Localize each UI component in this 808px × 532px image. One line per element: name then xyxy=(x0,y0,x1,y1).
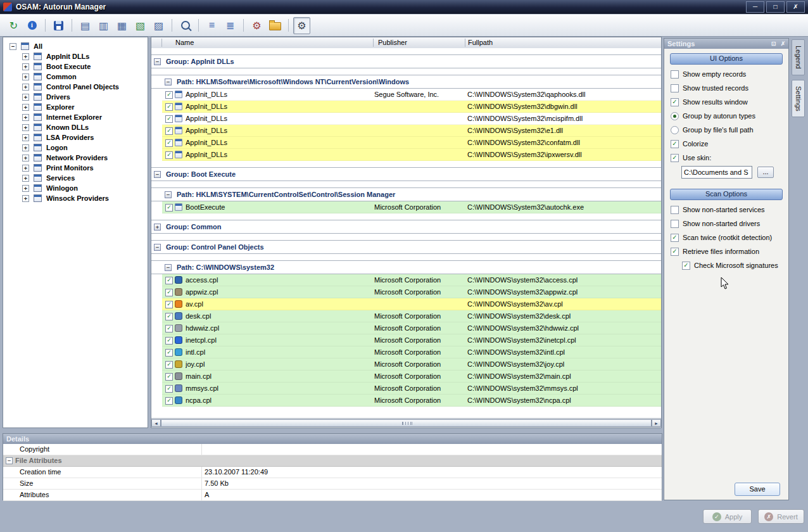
row-checkbox[interactable]: ✓ xyxy=(165,139,173,147)
processes-icon[interactable]: ⚙ xyxy=(248,17,265,34)
row-checkbox[interactable]: ✓ xyxy=(165,361,173,369)
table-row[interactable]: ✓joy.cplMicrosoft CorporationC:\WINDOWS\… xyxy=(151,358,661,370)
option-retrieve-files-information[interactable]: ✓Retrieve files information xyxy=(671,248,782,256)
expand-icon[interactable]: + xyxy=(22,165,29,172)
column-header-publisher[interactable]: Publisher xyxy=(378,39,407,46)
table-row[interactable]: ✓AppInit_DLLsC:\WINDOWS\System32\e1.dll xyxy=(151,125,661,137)
checkbox-show-empty-records[interactable] xyxy=(671,70,679,79)
radio-group-by-autorun-types[interactable] xyxy=(671,112,679,120)
checkbox-show-results-window[interactable]: ✓ xyxy=(671,98,679,106)
expand-icon[interactable]: + xyxy=(22,53,29,60)
column-separator[interactable] xyxy=(465,39,465,47)
option-show-trusted-records[interactable]: Show trusted records xyxy=(671,84,782,92)
table-row[interactable]: ✓BootExecuteMicrosoft CorporationC:\WIND… xyxy=(151,201,661,213)
tree-item-lsa-providers[interactable]: +LSA Providers xyxy=(3,132,148,142)
expand-icon[interactable]: + xyxy=(22,84,29,91)
row-checkbox[interactable]: ✓ xyxy=(165,103,173,111)
column-separator[interactable] xyxy=(161,39,162,47)
row-checkbox[interactable]: ✓ xyxy=(165,373,173,381)
checkbox-use-skin[interactable]: ✓ xyxy=(671,154,679,162)
radio-group-by-file-s-full-path[interactable] xyxy=(671,126,679,134)
save-report-icon[interactable]: ▦ xyxy=(113,17,130,34)
expand-icon[interactable]: + xyxy=(22,94,29,101)
collapse-icon[interactable]: − xyxy=(9,43,16,50)
tree-item-appinit-dlls[interactable]: +AppInit DLLs xyxy=(3,51,148,61)
expand-icon[interactable]: + xyxy=(22,155,29,162)
table-row[interactable]: ✓AppInit_DLLsC:\WINDOWS\System32\dbgwin.… xyxy=(151,101,661,113)
expand-icon[interactable]: + xyxy=(22,195,29,202)
tree-item-drivers[interactable]: +Drivers xyxy=(3,92,148,102)
option-show-empty-records[interactable]: Show empty records xyxy=(671,70,782,79)
table-row[interactable]: ✓appwiz.cplMicrosoft CorporationC:\WINDO… xyxy=(151,286,661,298)
save-button[interactable]: Save xyxy=(735,483,780,496)
column-separator[interactable] xyxy=(373,39,374,47)
refresh-icon[interactable]: ↻ xyxy=(5,17,22,34)
export-record-icon[interactable]: ▨ xyxy=(150,17,167,34)
expand-icon[interactable]: + xyxy=(22,185,29,192)
collapse-group-icon[interactable]: − xyxy=(154,171,161,178)
tree-item-network-providers[interactable]: +Network Providers xyxy=(3,153,148,163)
details-row[interactable]: Copyright xyxy=(3,444,662,455)
tree-item-explorer[interactable]: +Explorer xyxy=(3,102,148,112)
expand-all-icon[interactable]: ≡ xyxy=(203,17,220,34)
add-record-icon[interactable]: ▧ xyxy=(132,17,149,34)
group-row[interactable]: −Group: Boot Execute xyxy=(151,167,661,181)
search-icon[interactable] xyxy=(177,17,194,34)
row-checkbox[interactable]: ✓ xyxy=(165,337,173,345)
row-checkbox[interactable]: ✓ xyxy=(165,115,173,123)
table-row[interactable]: ✓AppInit_DLLsC:\WINDOWS\System32\ipxwers… xyxy=(151,149,661,161)
table-row[interactable]: ✓intl.cplMicrosoft CorporationC:\WINDOWS… xyxy=(151,346,661,358)
row-checkbox[interactable]: ✓ xyxy=(165,127,173,135)
option-check-microsoft-signatures[interactable]: ✓Check Microsoft signatures xyxy=(682,262,782,270)
path-row[interactable]: −Path: C:\WINDOWS\system32 xyxy=(151,260,661,274)
tree-item-boot-execute[interactable]: +Boot Execute xyxy=(3,61,148,72)
expand-icon[interactable]: + xyxy=(22,134,29,141)
row-checkbox[interactable]: ✓ xyxy=(165,301,173,308)
path-row[interactable]: −Path: HKLM\SYSTEM\CurrentControlSet\Con… xyxy=(151,187,661,201)
collapse-icon[interactable]: − xyxy=(6,457,13,464)
option-group-by-autorun-types[interactable]: Group by autorun types xyxy=(671,112,782,120)
table-row[interactable]: ✓hdwwiz.cplMicrosoft CorporationC:\WINDO… xyxy=(151,322,661,334)
row-checkbox[interactable]: ✓ xyxy=(165,349,173,357)
row-checkbox[interactable]: ✓ xyxy=(165,204,173,212)
tree-item-all[interactable]: −All xyxy=(3,41,148,51)
details-group-row[interactable]: −File Attributes xyxy=(3,455,662,467)
option-group-by-file-s-full-path[interactable]: Group by file's full path xyxy=(671,126,782,134)
tree-item-known-dlls[interactable]: +Known DLLs xyxy=(3,122,148,132)
group-row[interactable]: −Group: Control Panel Objects xyxy=(151,240,661,254)
tree-item-services[interactable]: +Services xyxy=(3,173,148,183)
table-row[interactable]: ✓av.cplC:\WINDOWS\system32\av.cpl xyxy=(151,298,661,310)
table-row[interactable]: ✓AppInit_DLLsC:\WINDOWS\System32\mcispif… xyxy=(151,113,661,125)
group-row[interactable]: +Group: Common xyxy=(151,220,661,234)
maximize-button[interactable]: □ xyxy=(766,1,785,13)
table-row[interactable]: ✓main.cplMicrosoft CorporationC:\WINDOWS… xyxy=(151,370,661,383)
browse-button[interactable]: ... xyxy=(757,167,774,178)
collapse-group-icon[interactable]: − xyxy=(154,244,161,251)
checkbox-scan-twice-rootkit-detection[interactable]: ✓ xyxy=(671,234,679,242)
row-checkbox[interactable]: ✓ xyxy=(165,385,173,393)
ui-options-button[interactable]: UI Options xyxy=(670,53,783,65)
tree-item-winlogon[interactable]: +Winlogon xyxy=(3,183,148,193)
option-show-non-started-drivers[interactable]: Show non-started drivers xyxy=(671,220,782,228)
scroll-left-icon[interactable]: ◄ xyxy=(151,419,161,427)
checkbox-show-non-started-drivers[interactable] xyxy=(671,220,679,228)
row-checkbox[interactable]: ✓ xyxy=(165,151,173,159)
column-header-name[interactable]: Name xyxy=(175,39,194,46)
tree-item-control-panel-objects[interactable]: +Control Panel Objects xyxy=(3,82,148,92)
close-button[interactable]: ✗ xyxy=(786,1,805,13)
expand-icon[interactable]: + xyxy=(22,114,29,121)
row-checkbox[interactable]: ✓ xyxy=(165,289,173,296)
save-icon[interactable] xyxy=(50,17,67,34)
scan-options-button[interactable]: Scan Options xyxy=(670,189,783,200)
skin-path-input[interactable] xyxy=(681,166,752,179)
option-use-skin[interactable]: ✓Use skin: xyxy=(671,154,782,162)
tree-item-common[interactable]: +Common xyxy=(3,72,148,82)
row-checkbox[interactable]: ✓ xyxy=(165,397,173,405)
option-scan-twice-rootkit-detection[interactable]: ✓Scan twice (rootkit detection) xyxy=(671,234,782,242)
row-checkbox[interactable]: ✓ xyxy=(165,277,173,284)
option-colorize[interactable]: ✓Colorize xyxy=(671,140,782,148)
expand-icon[interactable]: + xyxy=(22,104,29,111)
checkbox-show-non-started-services[interactable] xyxy=(671,206,679,214)
table-row[interactable]: ✓inetcpl.cplMicrosoft CorporationC:\WIND… xyxy=(151,334,661,346)
apply-button[interactable]: ✓ Apply xyxy=(703,509,752,524)
